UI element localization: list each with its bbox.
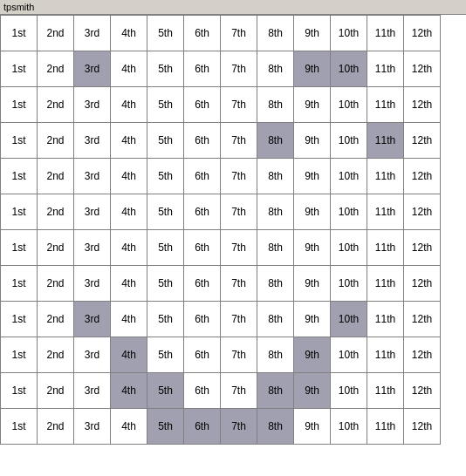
- table-cell[interactable]: 12th: [404, 87, 441, 123]
- table-cell[interactable]: 1st: [1, 373, 38, 409]
- table-cell[interactable]: 4th: [111, 123, 147, 159]
- table-cell[interactable]: 6th: [184, 159, 221, 194]
- table-cell[interactable]: 5th: [147, 337, 184, 373]
- table-cell[interactable]: 7th: [221, 123, 257, 159]
- table-cell[interactable]: 6th: [184, 266, 221, 302]
- table-cell[interactable]: 8th: [257, 51, 294, 87]
- table-cell[interactable]: 9th: [294, 159, 331, 194]
- table-cell[interactable]: 10th: [331, 230, 367, 266]
- table-cell[interactable]: 5th: [147, 409, 184, 445]
- table-cell[interactable]: 12th: [404, 266, 441, 302]
- table-cell[interactable]: 2nd: [38, 51, 74, 87]
- table-cell[interactable]: 5th: [147, 87, 184, 123]
- table-cell[interactable]: 4th: [111, 302, 147, 337]
- table-cell[interactable]: 8th: [257, 373, 294, 409]
- table-cell[interactable]: 2nd: [38, 266, 74, 302]
- table-cell[interactable]: 2nd: [38, 194, 74, 230]
- table-cell[interactable]: 2nd: [38, 373, 74, 409]
- table-cell[interactable]: 3rd: [74, 159, 111, 194]
- table-cell[interactable]: 7th: [221, 194, 257, 230]
- table-cell[interactable]: 2nd: [38, 230, 74, 266]
- table-cell[interactable]: 2nd: [38, 159, 74, 194]
- table-cell[interactable]: 10th: [331, 16, 367, 51]
- table-cell[interactable]: 5th: [147, 373, 184, 409]
- table-cell[interactable]: 7th: [221, 373, 257, 409]
- table-cell[interactable]: 6th: [184, 123, 221, 159]
- table-cell[interactable]: 2nd: [38, 409, 74, 445]
- table-cell[interactable]: 4th: [111, 266, 147, 302]
- table-cell[interactable]: 6th: [184, 230, 221, 266]
- table-cell[interactable]: 8th: [257, 194, 294, 230]
- table-cell[interactable]: 12th: [404, 302, 441, 337]
- table-cell[interactable]: 5th: [147, 230, 184, 266]
- table-cell[interactable]: 9th: [294, 194, 331, 230]
- table-cell[interactable]: 10th: [331, 302, 367, 337]
- table-cell[interactable]: 6th: [184, 194, 221, 230]
- table-cell[interactable]: 6th: [184, 373, 221, 409]
- table-cell[interactable]: 9th: [294, 373, 331, 409]
- table-cell[interactable]: 7th: [221, 337, 257, 373]
- table-cell[interactable]: 3rd: [74, 194, 111, 230]
- table-cell[interactable]: 5th: [147, 159, 184, 194]
- table-cell[interactable]: 5th: [147, 302, 184, 337]
- table-cell[interactable]: 11th: [367, 373, 404, 409]
- table-cell[interactable]: 9th: [294, 230, 331, 266]
- table-cell[interactable]: 2nd: [38, 123, 74, 159]
- table-cell[interactable]: 9th: [294, 302, 331, 337]
- table-cell[interactable]: 3rd: [74, 337, 111, 373]
- table-cell[interactable]: 9th: [294, 409, 331, 445]
- table-cell[interactable]: 11th: [367, 51, 404, 87]
- table-cell[interactable]: 3rd: [74, 87, 111, 123]
- table-cell[interactable]: 1st: [1, 230, 38, 266]
- table-cell[interactable]: 3rd: [74, 230, 111, 266]
- table-cell[interactable]: 1st: [1, 194, 38, 230]
- table-cell[interactable]: 10th: [331, 51, 367, 87]
- table-cell[interactable]: 5th: [147, 51, 184, 87]
- table-cell[interactable]: 11th: [367, 409, 404, 445]
- table-cell[interactable]: 8th: [257, 87, 294, 123]
- table-cell[interactable]: 11th: [367, 123, 404, 159]
- table-cell[interactable]: 4th: [111, 87, 147, 123]
- table-cell[interactable]: 12th: [404, 16, 441, 51]
- table-cell[interactable]: 10th: [331, 266, 367, 302]
- table-cell[interactable]: 12th: [404, 409, 441, 445]
- table-cell[interactable]: 8th: [257, 16, 294, 51]
- table-cell[interactable]: 1st: [1, 123, 38, 159]
- table-cell[interactable]: 11th: [367, 230, 404, 266]
- table-cell[interactable]: 4th: [111, 194, 147, 230]
- table-cell[interactable]: 7th: [221, 266, 257, 302]
- table-cell[interactable]: 12th: [404, 230, 441, 266]
- table-cell[interactable]: 3rd: [74, 373, 111, 409]
- table-cell[interactable]: 8th: [257, 159, 294, 194]
- table-cell[interactable]: 3rd: [74, 123, 111, 159]
- table-cell[interactable]: 10th: [331, 373, 367, 409]
- table-cell[interactable]: 12th: [404, 373, 441, 409]
- table-cell[interactable]: 4th: [111, 230, 147, 266]
- table-cell[interactable]: 12th: [404, 123, 441, 159]
- table-cell[interactable]: 10th: [331, 337, 367, 373]
- table-cell[interactable]: 4th: [111, 337, 147, 373]
- table-cell[interactable]: 10th: [331, 409, 367, 445]
- table-cell[interactable]: 10th: [331, 159, 367, 194]
- table-cell[interactable]: 12th: [404, 159, 441, 194]
- table-cell[interactable]: 5th: [147, 123, 184, 159]
- table-cell[interactable]: 7th: [221, 302, 257, 337]
- table-cell[interactable]: 10th: [331, 194, 367, 230]
- table-cell[interactable]: 7th: [221, 51, 257, 87]
- table-cell[interactable]: 11th: [367, 159, 404, 194]
- table-cell[interactable]: 2nd: [38, 302, 74, 337]
- table-cell[interactable]: 10th: [331, 87, 367, 123]
- table-cell[interactable]: 1st: [1, 87, 38, 123]
- table-cell[interactable]: 7th: [221, 87, 257, 123]
- table-cell[interactable]: 6th: [184, 51, 221, 87]
- table-cell[interactable]: 11th: [367, 337, 404, 373]
- table-cell[interactable]: 7th: [221, 159, 257, 194]
- table-cell[interactable]: 6th: [184, 87, 221, 123]
- table-cell[interactable]: 7th: [221, 16, 257, 51]
- table-cell[interactable]: 5th: [147, 194, 184, 230]
- table-cell[interactable]: 9th: [294, 51, 331, 87]
- table-cell[interactable]: 5th: [147, 16, 184, 51]
- table-cell[interactable]: 1st: [1, 302, 38, 337]
- table-cell[interactable]: 4th: [111, 159, 147, 194]
- table-cell[interactable]: 9th: [294, 87, 331, 123]
